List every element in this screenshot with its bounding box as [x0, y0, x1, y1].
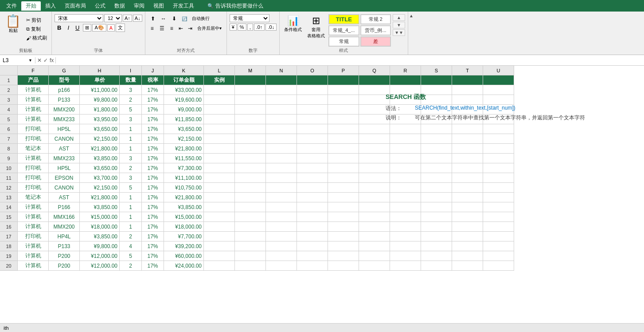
font-decrease-button[interactable]: A↓: [133, 15, 142, 22]
cell[interactable]: 2: [120, 261, 142, 271]
cell[interactable]: [328, 232, 359, 241]
cell[interactable]: ¥3,850.00: [164, 202, 204, 212]
decimal-decrease-button[interactable]: .0↓: [265, 24, 277, 31]
cell[interactable]: p166: [49, 85, 80, 95]
font-family-select[interactable]: 宋体: [55, 14, 103, 22]
cell[interactable]: [297, 134, 328, 144]
cell[interactable]: 17%: [142, 202, 164, 212]
menu-developer[interactable]: 开发工具: [168, 1, 199, 11]
cell[interactable]: ¥21,800.00: [164, 144, 204, 154]
menu-home[interactable]: 开始: [21, 1, 41, 11]
row-header[interactable]: 15: [0, 212, 18, 222]
cell[interactable]: MMX200: [49, 222, 80, 232]
cell[interactable]: 4: [120, 241, 142, 251]
align-left-button[interactable]: ≡: [148, 24, 156, 33]
cell[interactable]: 1: [120, 134, 142, 144]
cell[interactable]: [328, 241, 359, 251]
cell[interactable]: [297, 202, 328, 212]
cell[interactable]: [359, 144, 390, 154]
cell[interactable]: 17%: [142, 154, 164, 163]
col-header-k[interactable]: K: [164, 66, 204, 75]
cell[interactable]: P133: [49, 95, 80, 105]
cell[interactable]: [297, 241, 328, 251]
cell[interactable]: ¥11,100.00: [164, 173, 204, 183]
col-header-q[interactable]: Q: [359, 66, 390, 75]
cell[interactable]: 笔记本: [18, 193, 49, 202]
cell[interactable]: [266, 163, 297, 173]
cancel-formula-icon[interactable]: ✕: [37, 57, 42, 63]
cell[interactable]: [235, 115, 266, 124]
cell-ref-dropdown[interactable]: ▼: [28, 58, 32, 63]
cell[interactable]: [328, 193, 359, 202]
cell[interactable]: [483, 124, 514, 134]
cell[interactable]: [204, 154, 235, 163]
cell[interactable]: [452, 222, 483, 232]
cell[interactable]: 笔记本: [18, 144, 49, 154]
auto-wrap-button[interactable]: 自动换行: [190, 14, 212, 23]
cell[interactable]: ¥18,000.00: [164, 222, 204, 232]
number-format-select[interactable]: 常规: [230, 14, 269, 22]
cell[interactable]: ¥9,000.00: [164, 105, 204, 115]
cell[interactable]: [235, 134, 266, 144]
cell[interactable]: [328, 75, 359, 85]
cell[interactable]: [328, 124, 359, 134]
cell[interactable]: [328, 202, 359, 212]
cell[interactable]: ¥15,000.00: [164, 212, 204, 222]
cell[interactable]: ¥3,850.00: [80, 232, 120, 241]
format-brush-button[interactable]: 🖌 格式刷: [24, 34, 49, 42]
cell[interactable]: [204, 163, 235, 173]
cell[interactable]: [204, 202, 235, 212]
row-header[interactable]: 16: [0, 222, 18, 232]
cell[interactable]: [359, 105, 390, 115]
cell[interactable]: [266, 75, 297, 85]
cell[interactable]: [266, 193, 297, 202]
align-bottom-button[interactable]: ⬇: [169, 14, 179, 23]
formula-input-area[interactable]: [56, 55, 644, 65]
row-header[interactable]: 2: [0, 85, 18, 95]
cell[interactable]: 打印机: [18, 232, 49, 241]
cell[interactable]: [297, 222, 328, 232]
cell[interactable]: AST: [49, 144, 80, 154]
row-header[interactable]: 3: [0, 95, 18, 105]
cell[interactable]: [328, 163, 359, 173]
cell[interactable]: [266, 154, 297, 163]
cell[interactable]: [483, 115, 514, 124]
cell[interactable]: [390, 241, 421, 251]
cell[interactable]: [390, 163, 421, 173]
cell[interactable]: [452, 261, 483, 271]
cell[interactable]: [390, 95, 421, 105]
cell[interactable]: 17%: [142, 212, 164, 222]
cell[interactable]: 税率: [142, 75, 164, 85]
cell[interactable]: 17%: [142, 173, 164, 183]
row-header[interactable]: 5: [0, 115, 18, 124]
cell[interactable]: HP5L: [49, 124, 80, 134]
cell[interactable]: [266, 124, 297, 134]
cell[interactable]: ¥21,800.00: [164, 193, 204, 202]
cell[interactable]: [359, 232, 390, 241]
cell[interactable]: ¥19,600.00: [164, 95, 204, 105]
cell[interactable]: [452, 241, 483, 251]
cell[interactable]: [266, 183, 297, 193]
cell[interactable]: 17%: [142, 105, 164, 115]
cell[interactable]: [390, 115, 421, 124]
cell[interactable]: [421, 212, 452, 222]
cell[interactable]: [359, 173, 390, 183]
cell[interactable]: 1: [120, 212, 142, 222]
cell[interactable]: ¥21,800.00: [80, 144, 120, 154]
col-header-r[interactable]: R: [390, 66, 421, 75]
cell[interactable]: CANON: [49, 183, 80, 193]
cell[interactable]: [204, 183, 235, 193]
cell[interactable]: [235, 85, 266, 95]
cell[interactable]: 3: [120, 173, 142, 183]
cell[interactable]: 实例: [204, 75, 235, 85]
cell[interactable]: 2: [120, 163, 142, 173]
cell[interactable]: [390, 251, 421, 261]
cell[interactable]: 1: [120, 124, 142, 134]
cell[interactable]: [328, 261, 359, 271]
cell[interactable]: ¥15,000.00: [80, 212, 120, 222]
row-header[interactable]: 17: [0, 232, 18, 241]
cell[interactable]: [297, 144, 328, 154]
cell[interactable]: ¥24,000.00: [164, 261, 204, 271]
menu-insert[interactable]: 插入: [41, 1, 60, 11]
cell[interactable]: [266, 261, 297, 271]
